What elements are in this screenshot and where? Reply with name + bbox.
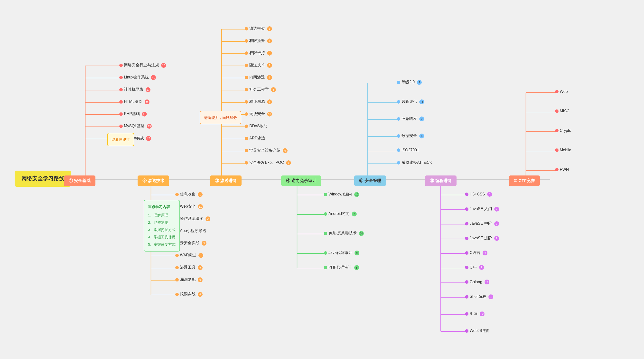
callout-orange: 进阶能力，面试加分 [200,111,241,124]
badge: 9 [198,277,202,282]
dot [245,100,248,104]
badge: 23 [161,63,166,68]
badge: 11 [142,112,147,117]
callout-line2: 2、能够复现 [148,219,176,226]
dot [324,266,327,269]
dot [245,137,248,140]
badge: 2 [419,117,424,121]
badge: 7 [494,221,499,226]
dot [245,52,248,55]
callout-green: 重点学习内容 1、理解原理 2、能够复现 3、掌握挖掘方式 4、掌握工具使用 5… [144,200,180,251]
leaf-text: ARP渗透 [249,136,265,141]
leaf-text: MISC [560,109,570,113]
cat4-label: ④ 逆向免杀审计 [286,178,316,183]
dot [245,161,248,165]
badge: 1 [198,192,202,197]
badge: 17 [146,136,151,141]
cat6-leaf-7: Golang14 [465,279,490,284]
dot [119,88,123,91]
category-4: ④ 逆向免杀审计 [281,175,321,186]
leaf-text: 内网渗透 [249,75,265,80]
badge: 22 [480,311,484,316]
leaf-text: 权限提升 [249,38,265,43]
dot [465,266,468,269]
leaf-text: 计算机网络 [124,87,144,92]
badge: 1 [286,160,291,165]
cat2-leaf-4: App小程序渗透 [175,228,206,233]
leaf-text: 挖洞实战 [180,292,196,297]
cat2-leaf-5: 云安全实战9 [175,241,206,246]
dot [555,148,558,152]
cat6-leaf-5: C语言11 [465,250,488,255]
leaf-text: Shell编程 [470,294,486,299]
badge: 6 [267,51,272,56]
dot [397,134,400,138]
badge: 2 [494,207,499,212]
leaf-text: 应急响应 [402,116,417,121]
cat1-label: ① 安全基础 [69,178,90,183]
dot [397,148,400,152]
dot [555,90,558,93]
dot [465,312,468,316]
dot [555,129,558,132]
cat6-leaf-10: WebJS逆向 [465,328,490,333]
connections-svg [0,0,644,359]
cat7-label: ⑦ CTF竞赛 [514,178,535,183]
cat2-leaf-8: 漏洞复现9 [175,277,202,282]
dot [245,76,248,79]
callout-text: 能看懂即可 [112,137,130,142]
cat5-leaf-4: 数据安全6 [397,133,424,138]
cat1-leaf-2: Linux操作系统41 [119,75,156,80]
badge: 11 [419,99,424,104]
leaf-text: MySQL基础 [124,124,145,129]
dot [245,64,248,67]
badge: 41 [151,75,156,80]
badge: 9 [198,265,202,270]
callout-line4: 4、掌握工具使用 [148,233,176,241]
leaf-text: 安全开发Exp、POC [249,160,284,165]
badge: 9 [202,241,206,246]
dot [245,125,248,128]
cat4-leaf-1: Windows逆向10 [324,192,359,197]
dot [397,161,400,165]
cat6-leaf-1: H5+CSS3 [465,192,492,197]
cat6-leaf-2: JavaSE 入门2 [465,206,499,212]
cat1-leaf-1: 网络安全行业与法规23 [119,63,166,68]
dot [465,193,468,196]
leaf-text: 信息收集 [180,192,196,197]
cat3-leaf-4: 隧道技术7 [245,63,272,68]
leaf-text: JavaSE 进阶 [470,236,492,241]
cat6-leaf-3: JavaSE 中阶7 [465,221,499,226]
badge: 20 [359,231,364,236]
callout-line5: 5、掌握修复方式 [148,241,176,248]
dot [175,193,179,196]
badge: 7 [267,63,272,68]
cat1-leaf-4: HTML基础9 [119,99,150,104]
category-1: ① 安全基础 [64,175,96,186]
leaf-text: 威胁建模ATT&CK [402,160,432,165]
leaf-text: PHP基础 [124,111,140,117]
dot [397,81,400,84]
dot [119,100,123,104]
cat3-leaf-1: 渗透框架1 [245,26,272,31]
badge: 10 [354,192,359,197]
leaf-text: Java代码审计 [328,250,352,255]
dot [465,237,468,240]
badge: 6 [283,148,288,153]
dot [119,76,123,79]
dot [119,112,123,116]
cat3-leaf-10: ARP渗透 [245,136,265,141]
leaf-text: 免杀·反杀毒技术 [328,231,357,236]
dot [119,125,123,128]
cat5-label: ⑤ 安全管理 [359,178,381,183]
dot [324,251,327,255]
dot [465,295,468,298]
badge: 14 [484,279,490,284]
leaf-text: 隧道技术 [249,63,265,68]
badge: 27 [146,87,150,92]
cat3-leaf-9: DDoS攻防 [245,124,268,129]
center-label: 网络安全学习路线 [22,175,64,182]
leaf-text: Linux操作系统 [124,75,149,80]
cat5-leaf-6: 威胁建模ATT&CK [397,160,432,165]
leaf-text: JavaSE 入门 [470,206,492,212]
